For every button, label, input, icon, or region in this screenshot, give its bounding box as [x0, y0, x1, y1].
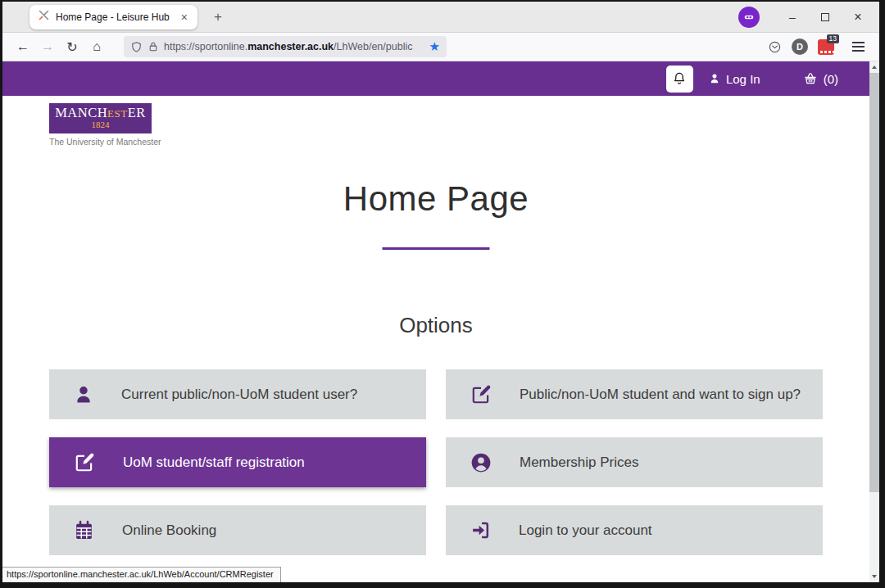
scrollbar[interactable]: [869, 61, 879, 582]
option-label: Online Booking: [122, 522, 216, 539]
edit-icon: [74, 452, 95, 473]
pocket-icon[interactable]: [768, 40, 782, 54]
logo-subtitle: The University of Manchester: [49, 137, 161, 147]
window-close-button[interactable]: ×: [842, 10, 874, 25]
site-header: Log In (0): [2, 61, 869, 96]
maximize-button[interactable]: [809, 11, 842, 24]
browser-window: Home Page - Leisure Hub × + – × ← → ↻ ⌂: [0, 0, 885, 588]
new-tab-button[interactable]: +: [207, 7, 229, 27]
back-icon[interactable]: ←: [11, 39, 35, 54]
options-grid: Current public/non-UoM student user? Pub…: [49, 369, 823, 555]
login-label: Log In: [726, 72, 760, 86]
option-public-sign-up[interactable]: Public/non-UoM student and want to sign …: [446, 369, 823, 419]
option-label: Public/non-UoM student and want to sign …: [520, 387, 801, 403]
browser-titlebar: Home Page - Leisure Hub × + – ×: [2, 2, 879, 33]
menu-icon[interactable]: [849, 38, 868, 54]
option-login-account[interactable]: Login to your account: [446, 505, 823, 555]
tab-close-icon[interactable]: ×: [179, 11, 189, 24]
address-bar[interactable]: https://sportonline.manchester.ac.uk/LhW…: [124, 36, 447, 57]
option-label: Current public/non-UoM student user?: [121, 387, 357, 403]
logo-crest: MANCHESTER 1824: [49, 103, 152, 133]
option-label: Membership Prices: [520, 455, 639, 471]
sign-in-icon: [470, 520, 491, 541]
option-label: Login to your account: [519, 522, 652, 539]
user-icon: [709, 73, 720, 84]
extension-d-icon[interactable]: D: [792, 38, 808, 55]
forward-icon: →: [35, 39, 60, 54]
reload-icon[interactable]: ↻: [60, 39, 84, 55]
basket-button[interactable]: (0): [803, 71, 838, 86]
basket-icon: [803, 71, 818, 86]
option-label: UoM student/staff registration: [123, 455, 305, 471]
calendar-icon: [74, 520, 94, 541]
user-icon: [74, 385, 93, 405]
option-uom-registration[interactable]: UoM student/staff registration: [49, 437, 426, 487]
option-online-booking[interactable]: Online Booking: [49, 505, 426, 555]
minimize-button[interactable]: –: [776, 11, 809, 24]
adblock-badge: 13: [827, 34, 839, 43]
tab-title: Home Page - Leisure Hub: [56, 11, 174, 23]
browser-toolbar: ← → ↻ ⌂ https://sportonline.manchester.a…: [2, 33, 879, 61]
tracking-shield-icon[interactable]: [130, 41, 143, 53]
url-text[interactable]: https://sportonline.manchester.ac.uk/LhW…: [164, 41, 424, 52]
section-title: Options: [2, 313, 869, 338]
bookmark-star-icon[interactable]: ★: [429, 39, 440, 54]
university-logo[interactable]: MANCHESTER 1824 The University of Manche…: [49, 103, 161, 147]
basket-count: (0): [824, 72, 838, 86]
favicon-icon: [38, 9, 50, 25]
page-viewport: Log In (0) MANCHESTER 1824 The Universit…: [2, 61, 879, 582]
title-divider: [383, 247, 490, 250]
login-button[interactable]: Log In: [709, 72, 760, 86]
edit-icon: [470, 384, 492, 405]
lock-icon[interactable]: [148, 41, 159, 52]
adblock-extension-icon[interactable]: 13: [818, 38, 834, 55]
scrollbar-thumb[interactable]: [869, 73, 879, 492]
status-bar-url: https://sportonline.manchester.ac.uk/LhW…: [2, 567, 281, 582]
notifications-button[interactable]: [666, 66, 693, 93]
page-title: Home Page: [2, 179, 869, 219]
user-circle-icon: [470, 452, 492, 473]
option-membership-prices[interactable]: Membership Prices: [446, 437, 823, 487]
scroll-up-icon[interactable]: [869, 61, 879, 73]
scroll-down-icon[interactable]: [869, 571, 879, 582]
home-icon[interactable]: ⌂: [84, 39, 109, 54]
bell-icon: [672, 71, 687, 86]
browser-tab[interactable]: Home Page - Leisure Hub ×: [30, 5, 197, 29]
private-browsing-icon[interactable]: [738, 7, 760, 28]
option-current-public-user[interactable]: Current public/non-UoM student user?: [49, 369, 426, 419]
